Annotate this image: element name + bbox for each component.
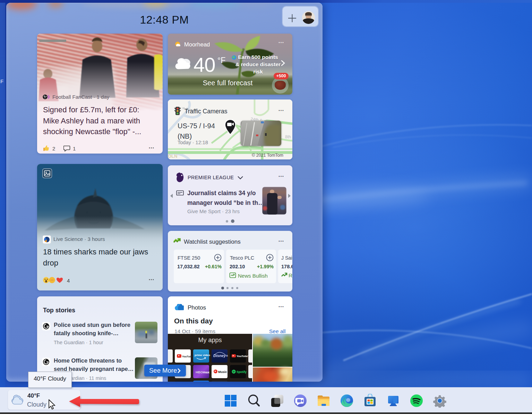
svg-text:OLN: OLN — [168, 154, 177, 159]
svg-text:8th: 8th — [285, 134, 291, 139]
